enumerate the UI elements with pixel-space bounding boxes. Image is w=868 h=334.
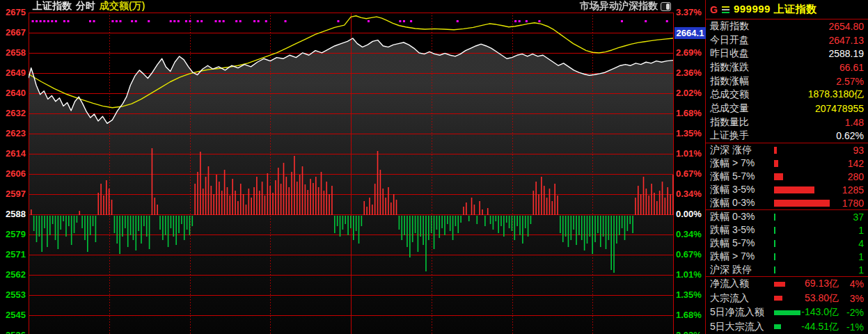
flow-percent: -1% <box>839 321 864 333</box>
stat-label: 上证换手 <box>710 129 749 142</box>
count-bar <box>774 147 777 154</box>
price-axis-label: 2588 <box>0 209 26 220</box>
range-label: 沪深 涨停 <box>710 144 771 157</box>
count-bar <box>774 267 775 273</box>
percent-axis-label: 0.34% <box>676 189 705 200</box>
price-axis-label: 2614 <box>0 148 26 159</box>
count-bar-track <box>774 223 833 237</box>
count-value: 4 <box>858 238 864 249</box>
decliners-section: 跌幅 0-3%37跌幅 3-5%1跌幅 5-7%4跌幅 > 7%1沪深 跌停1 <box>706 209 868 276</box>
flow-percent: 3% <box>839 293 864 304</box>
stat-label: 总成交量 <box>710 102 749 115</box>
price-axis-label: 2675 <box>0 7 26 18</box>
chart-title-bar: 上证指数 分时 成交额(万) 市场异动沪深指数 <box>29 0 674 13</box>
flow-value: 53.80亿 <box>805 292 839 305</box>
range-label: 涨幅 0-3% <box>710 197 771 209</box>
count-value: 37 <box>853 212 864 223</box>
count-bar <box>774 253 775 260</box>
percent-axis-label: 0.67% <box>676 168 705 180</box>
price-axis-label: 2553 <box>0 289 26 301</box>
panel-row: 总成交额1878.3180亿 <box>706 88 868 102</box>
percent-axis-label: 1.35% <box>676 289 705 301</box>
count-bar <box>774 173 783 180</box>
flow-bar <box>774 310 800 315</box>
market-panel-toggle[interactable]: 市场异动沪深指数 <box>580 0 671 13</box>
flow-percent: 4% <box>839 278 864 289</box>
price-axis-label: 2579 <box>0 229 26 240</box>
percent-axis-label: 2.36% <box>676 67 705 79</box>
count-bar-track <box>774 210 833 223</box>
count-bar <box>774 200 830 207</box>
percent-axis-label: 1.01% <box>676 148 705 159</box>
stat-value: 1.48 <box>845 117 864 128</box>
stat-label: 今日开盘 <box>710 34 749 47</box>
panel-row: 指数涨跌66.61 <box>706 61 868 74</box>
price-marker-label: 2664.1 <box>674 27 706 39</box>
panel-row: 大宗流入53.80亿3% <box>706 292 868 306</box>
range-label: 沪深 跌停 <box>710 264 771 276</box>
stat-label: 指数涨幅 <box>710 75 749 88</box>
market-toggle-label: 市场异动沪深指数 <box>580 0 658 13</box>
count-bar-track <box>774 170 833 183</box>
count-value: 280 <box>848 171 864 182</box>
count-bar-track <box>774 183 833 196</box>
price-axis-label: 2649 <box>0 67 26 79</box>
count-bar-track <box>774 157 833 170</box>
flag-g-label: G <box>710 4 718 15</box>
percent-axis-label: 1.01% <box>676 269 705 280</box>
levels-icon <box>722 6 729 13</box>
panel-row: 跌幅 > 7%1 <box>706 250 868 263</box>
flow-label: 净流入额 <box>710 278 773 290</box>
advancers-section: 沪深 涨停93涨幅 > 7%142涨幅 5-7%280涨幅 3-5%1285涨幅… <box>706 143 868 209</box>
panel-row: 昨日收盘2588.19 <box>706 47 868 61</box>
intraday-chart-canvas[interactable] <box>29 0 674 334</box>
count-value: 93 <box>853 145 864 156</box>
price-axis-label: 2658 <box>0 47 26 58</box>
count-bar <box>774 214 775 221</box>
flow-bar <box>774 324 781 329</box>
stat-value: 66.61 <box>839 62 864 73</box>
index-name-label: 上证指数 <box>33 0 72 13</box>
price-axis-label: 2562 <box>0 269 26 280</box>
count-bar <box>774 240 775 247</box>
count-bar-track <box>774 196 833 209</box>
panel-row: 净流入额69.13亿4% <box>706 277 868 292</box>
flow-label: 5日净流入额 <box>710 306 773 319</box>
panel-row: 涨幅 3-5%1285 <box>706 183 868 196</box>
flow-label: 5日大宗流入 <box>710 321 773 333</box>
panel-row: 沪深 跌停1 <box>706 263 868 276</box>
count-bar-track <box>774 143 833 157</box>
stat-value: 0.62% <box>836 130 864 141</box>
range-label: 涨幅 > 7% <box>710 157 771 170</box>
panel-collapse-icon[interactable] <box>661 2 671 11</box>
panel-row: 涨幅 0-3%1780 <box>706 196 868 209</box>
price-axis-label: 2536 <box>0 330 26 334</box>
panel-row: 指数量比1.48 <box>706 116 868 129</box>
count-bar-track <box>774 263 833 276</box>
price-axis-label: 2640 <box>0 88 26 99</box>
flow-bar <box>774 282 785 287</box>
price-axis-label: 2623 <box>0 128 26 139</box>
panel-row: 指数涨幅2.57% <box>706 74 868 88</box>
stock-app-window: { "title_bar": { "index_name": "上证指数", "… <box>0 0 868 334</box>
panel-row: 涨幅 5-7%280 <box>706 170 868 183</box>
panel-row: 跌幅 0-3%37 <box>706 210 868 223</box>
volume-unit-label: 成交额(万) <box>100 0 145 13</box>
range-label: 涨幅 3-5% <box>710 184 771 196</box>
count-value: 1285 <box>842 184 864 196</box>
flow-value: 69.13亿 <box>805 278 839 290</box>
count-value: 1 <box>858 225 864 236</box>
percent-axis-label: 1.35% <box>676 128 705 139</box>
quote-panel-header[interactable]: G 999999 上证指数 <box>706 0 868 19</box>
flow-label: 大宗流入 <box>710 292 773 305</box>
stat-label: 指数涨跌 <box>710 61 749 74</box>
price-axis-label: 2667 <box>0 27 26 38</box>
panel-row: 5日净流入额-143.0亿-2% <box>706 305 868 320</box>
stat-label: 昨日收盘 <box>710 47 749 60</box>
quote-panel: G 999999 上证指数 最新指数2654.80今日开盘2647.13昨日收盘… <box>705 0 868 334</box>
chart-mode-label[interactable]: 分时 <box>76 0 95 13</box>
index-code-name: 999999 上证指数 <box>734 3 817 16</box>
panel-row: 总成交量207478955 <box>706 102 868 116</box>
price-axis-label: 2571 <box>0 249 26 260</box>
count-bar-track <box>774 250 833 263</box>
